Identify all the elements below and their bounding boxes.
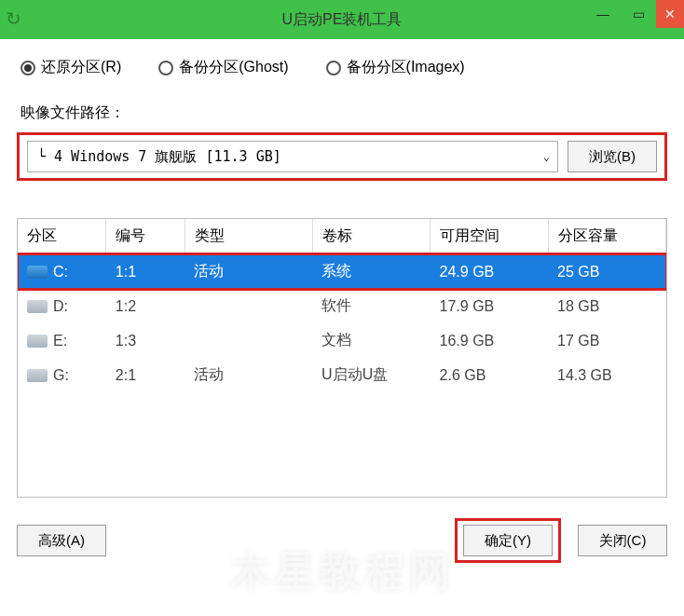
- cell-partition: C:: [18, 254, 106, 290]
- ok-button-label: 确定(Y): [485, 532, 531, 550]
- cell-label: U启动U盘: [312, 358, 430, 392]
- cell-free: 16.9 GB: [431, 323, 548, 358]
- cell-type: 活动: [185, 358, 312, 392]
- table-row[interactable]: C:1:1活动系统24.9 GB25 GB: [18, 254, 666, 290]
- chevron-down-icon: ⌄: [543, 150, 550, 163]
- partition-table: 分区 编号 类型 卷标 可用空间 分区容量 C:1:1活动系统24.9 GB25…: [17, 218, 667, 498]
- table-row[interactable]: E:1:3文档16.9 GB17 GB: [18, 323, 666, 358]
- advanced-button[interactable]: 高级(A): [17, 525, 106, 556]
- bottom-button-row: 高级(A) 确定(Y) 关闭(C): [17, 518, 667, 563]
- cell-capacity: 14.3 GB: [548, 358, 665, 392]
- cell-capacity: 17 GB: [548, 323, 665, 358]
- image-path-value: └ 4 Windows 7 旗舰版 [11.3 GB]: [37, 148, 281, 166]
- radio-restore-partition[interactable]: 还原分区(R): [21, 58, 121, 77]
- header-free[interactable]: 可用空间: [431, 219, 548, 254]
- mode-radio-group: 还原分区(R) 备份分区(Ghost) 备份分区(Imagex): [17, 58, 667, 77]
- close-button-label: 关闭(C): [599, 532, 647, 550]
- table-row[interactable]: D:1:2软件17.9 GB18 GB: [18, 289, 666, 323]
- header-number[interactable]: 编号: [106, 219, 185, 254]
- drive-icon: [27, 369, 48, 382]
- drive-icon: [27, 266, 48, 279]
- window-title: U启动PE装机工具: [282, 10, 403, 30]
- close-window-button[interactable]: ✕: [656, 0, 684, 28]
- cell-number: 1:2: [106, 289, 185, 323]
- radio-backup-ghost[interactable]: 备份分区(Ghost): [158, 58, 288, 77]
- table-header-row: 分区 编号 类型 卷标 可用空间 分区容量: [18, 219, 666, 254]
- header-label[interactable]: 卷标: [312, 219, 430, 254]
- cell-capacity: 18 GB: [548, 289, 665, 323]
- radio-backup-imagex[interactable]: 备份分区(Imagex): [326, 58, 465, 77]
- cell-partition: D:: [18, 289, 106, 323]
- table-row[interactable]: G:2:1活动U启动U盘2.6 GB14.3 GB: [18, 358, 666, 392]
- cell-free: 2.6 GB: [431, 358, 548, 392]
- app-logo-icon: ↻: [6, 7, 28, 30]
- radio-checked-icon: [21, 61, 35, 75]
- cell-free: 24.9 GB: [431, 254, 548, 290]
- image-path-highlight: └ 4 Windows 7 旗舰版 [11.3 GB] ⌄ 浏览(B): [17, 132, 667, 181]
- cell-free: 17.9 GB: [431, 289, 548, 323]
- cell-type: [185, 289, 312, 323]
- radio-unchecked-icon: [158, 61, 173, 75]
- cell-number: 1:1: [106, 254, 185, 290]
- cell-partition: G:: [18, 358, 106, 392]
- cell-label: 系统: [312, 254, 430, 290]
- minimize-button[interactable]: —: [585, 0, 621, 28]
- titlebar: ↻ U启动PE装机工具 — ▭ ✕: [0, 0, 684, 39]
- cell-label: 软件: [312, 289, 430, 323]
- cell-number: 1:3: [106, 323, 185, 358]
- header-type[interactable]: 类型: [185, 219, 312, 254]
- radio-label: 备份分区(Ghost): [179, 58, 288, 77]
- cell-capacity: 25 GB: [548, 254, 665, 290]
- browse-button-label: 浏览(B): [589, 148, 636, 166]
- radio-label: 备份分区(Imagex): [347, 58, 465, 77]
- window-controls: — ▭ ✕: [585, 0, 684, 28]
- maximize-button[interactable]: ▭: [621, 0, 656, 28]
- drive-icon: [27, 300, 48, 313]
- ok-button-highlight: 确定(Y): [455, 518, 561, 563]
- drive-icon: [27, 335, 48, 348]
- radio-label: 还原分区(R): [41, 58, 121, 77]
- header-capacity[interactable]: 分区容量: [548, 219, 665, 254]
- cell-partition: E:: [18, 323, 106, 358]
- advanced-button-label: 高级(A): [38, 532, 85, 550]
- radio-unchecked-icon: [326, 61, 341, 75]
- cell-label: 文档: [312, 323, 430, 358]
- image-path-label: 映像文件路径：: [17, 103, 667, 123]
- browse-button[interactable]: 浏览(B): [568, 141, 657, 172]
- close-button[interactable]: 关闭(C): [578, 525, 667, 556]
- cell-number: 2:1: [106, 358, 185, 392]
- image-path-combo[interactable]: └ 4 Windows 7 旗舰版 [11.3 GB] ⌄: [27, 141, 558, 172]
- cell-type: 活动: [185, 254, 312, 290]
- ok-button[interactable]: 确定(Y): [463, 525, 553, 556]
- header-partition[interactable]: 分区: [18, 219, 106, 254]
- cell-type: [185, 323, 312, 358]
